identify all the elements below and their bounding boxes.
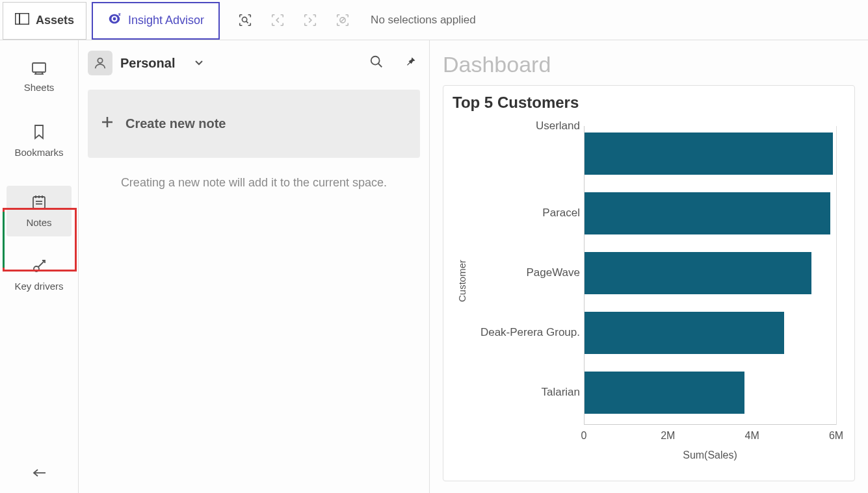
category-label: Talarian: [456, 386, 580, 399]
bar[interactable]: [585, 372, 744, 414]
rail-item-key-drivers[interactable]: Key drivers: [7, 249, 72, 300]
gridline: [836, 126, 837, 425]
category-label: Paracel: [456, 207, 580, 220]
smart-search-icon[interactable]: [235, 10, 255, 30]
clear-selections-icon[interactable]: [333, 10, 352, 30]
dashboard-title: Dashboard: [443, 52, 855, 77]
notes-panel: Personal Create new note Creating a: [79, 40, 430, 493]
active-indicator: [3, 212, 5, 268]
svg-rect-11: [33, 197, 45, 209]
svg-line-21: [378, 64, 382, 68]
insight-icon: [107, 12, 122, 29]
bar[interactable]: [585, 192, 830, 234]
x-axis-label: Sum(Sales): [683, 449, 737, 461]
svg-point-20: [371, 57, 380, 65]
plus-icon: [101, 116, 114, 132]
no-selections-text: No selections applied: [371, 14, 476, 27]
chart-area: Customer Paracel PageWave Deak-Perera Gr…: [453, 120, 845, 464]
person-icon: [88, 51, 112, 75]
rail-item-label: Bookmarks: [14, 147, 63, 158]
panel-icon: [15, 13, 29, 28]
pin-notes-button[interactable]: [401, 53, 420, 73]
top-toolbar: Assets Insight Advisor No selections app…: [0, 0, 868, 40]
scope-dropdown[interactable]: [194, 57, 204, 69]
svg-point-3: [243, 17, 247, 21]
rail-item-notes[interactable]: Notes: [7, 186, 72, 236]
dashboard-panel: Dashboard Top 5 Customers Customer Parac…: [430, 40, 868, 493]
svg-line-4: [246, 21, 248, 23]
key-drivers-icon: [32, 258, 46, 275]
x-tick: 6M: [829, 430, 843, 442]
step-back-icon[interactable]: [268, 10, 287, 30]
bar[interactable]: [585, 312, 784, 354]
bar[interactable]: [585, 252, 811, 294]
svg-rect-0: [16, 14, 29, 25]
notes-hint-text: Creating a new note will add it to the c…: [88, 176, 420, 190]
bar[interactable]: [585, 133, 833, 175]
sheets-icon: [31, 62, 47, 77]
search-notes-button[interactable]: [367, 53, 386, 73]
category-label: Userland: [456, 120, 580, 133]
chart-title: Top 5 Customers: [453, 94, 845, 112]
insight-label: Insight Advisor: [128, 14, 204, 27]
create-note-label: Create new note: [125, 116, 226, 131]
create-note-button[interactable]: Create new note: [88, 90, 420, 158]
svg-point-19: [98, 58, 102, 63]
rail-item-label: Key drivers: [14, 281, 63, 292]
svg-line-6: [341, 18, 345, 22]
x-tick: 4M: [745, 430, 759, 442]
category-label: PageWave: [456, 266, 580, 279]
svg-rect-7: [33, 63, 46, 72]
x-tick: 2M: [661, 430, 675, 442]
rail-item-label: Sheets: [24, 82, 55, 93]
rail-item-bookmarks[interactable]: Bookmarks: [7, 116, 72, 166]
left-rail: Sheets Bookmarks Notes Key drivers: [0, 40, 79, 493]
rail-item-label: Notes: [26, 217, 51, 228]
search-icon: [369, 55, 384, 71]
scope-label: Personal: [120, 56, 175, 71]
pin-icon: [404, 55, 417, 71]
svg-point-17: [34, 266, 39, 272]
rail-item-sheets[interactable]: Sheets: [7, 52, 72, 103]
bars-zone: [584, 126, 836, 425]
notes-panel-header: Personal: [88, 51, 420, 75]
chart-card[interactable]: Top 5 Customers Customer Paracel PageWav…: [443, 85, 855, 481]
assets-button[interactable]: Assets: [3, 2, 86, 40]
x-tick: 0: [581, 430, 587, 442]
selection-toolbar: No selections applied: [235, 10, 476, 30]
insight-advisor-button[interactable]: Insight Advisor: [92, 2, 220, 40]
notes-icon: [32, 194, 46, 212]
bookmark-icon: [33, 124, 45, 142]
category-label: Deak-Perera Group.: [456, 326, 580, 339]
step-forward-icon[interactable]: [300, 10, 320, 30]
collapse-rail-button[interactable]: [31, 467, 47, 481]
assets-label: Assets: [36, 14, 74, 27]
svg-point-2: [113, 18, 116, 21]
